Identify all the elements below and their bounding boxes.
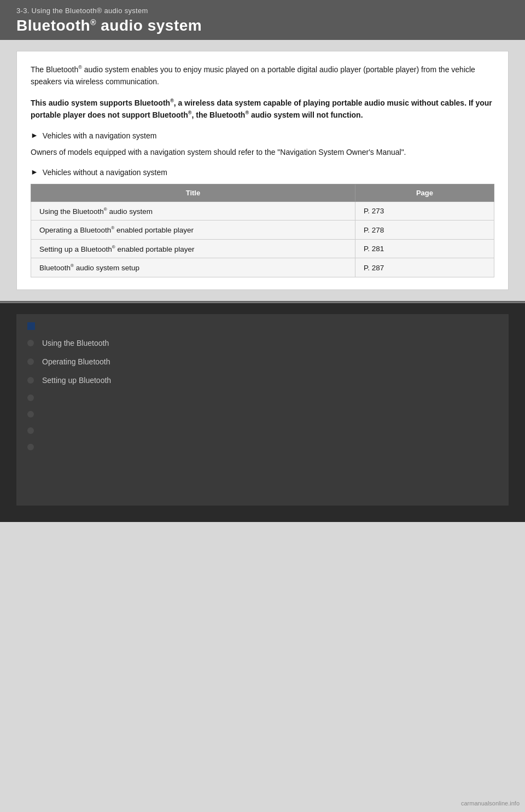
page-wrapper: 3-3. Using the Bluetooth® audio system B… [0, 0, 525, 812]
header-title-reg: ® [90, 18, 96, 27]
header-section: 3-3. Using the Bluetooth® audio system B… [0, 0, 525, 40]
table-cell-page-1: P. 273 [355, 201, 494, 221]
header-title: Bluetooth® audio system [16, 17, 509, 40]
watermark-text: carmanualsonline.info [461, 800, 520, 807]
paragraph-1: The Bluetooth® audio system enables you … [31, 63, 494, 88]
table-row[interactable]: Bluetooth® audio system setup P. 287 [31, 258, 494, 277]
list-item[interactable] [27, 444, 498, 450]
list-item[interactable] [27, 395, 498, 401]
bullet-1-desc-text: Owners of models equipped with a navigat… [31, 148, 406, 156]
table-header-row: Title Page [31, 184, 494, 201]
paragraph-2: This audio system supports Bluetooth®, a… [31, 97, 494, 121]
table-row[interactable]: Using the Bluetooth® audio system P. 273 [31, 201, 494, 221]
nav-dot-text-1: Using the Bluetooth [42, 339, 109, 347]
nav-dot-icon [27, 427, 34, 434]
table-cell-title-2: Operating a Bluetooth® enabled portable … [31, 221, 355, 240]
nav-dot-text-3: Setting up Bluetooth [42, 376, 111, 385]
list-item[interactable]: Setting up Bluetooth [27, 376, 498, 385]
content-box: The Bluetooth® audio system enables you … [16, 51, 509, 290]
table-cell-title-1: Using the Bluetooth® audio system [31, 201, 355, 221]
bullet-1-text: Vehicles with a navigation system [43, 130, 157, 142]
nav-dot-icon [27, 411, 34, 417]
table-body: Using the Bluetooth® audio system P. 273… [31, 201, 494, 277]
table-cell-page-4: P. 287 [355, 258, 494, 277]
bottom-section: Using the Bluetooth Operating Bluetooth … [0, 303, 525, 522]
list-item[interactable] [27, 427, 498, 434]
table-header: Title Page [31, 184, 494, 201]
table-col-page: Page [355, 184, 494, 201]
table-cell-title-4: Bluetooth® audio system setup [31, 258, 355, 277]
navigation-table: Title Page Using the Bluetooth® audio sy… [31, 184, 494, 277]
nav-dot-icon [27, 395, 34, 401]
header-title-suffix: audio system [96, 17, 202, 34]
nav-dot-text-2: Operating Bluetooth [42, 357, 110, 366]
header-subtitle-text: 3-3. Using the Bluetooth® audio system [16, 7, 148, 15]
main-content: The Bluetooth® audio system enables you … [0, 40, 525, 301]
table-cell-page-3: P. 281 [355, 239, 494, 258]
table-col-title: Title [31, 184, 355, 201]
bullet-2-text: Vehicles without a navigation system [43, 167, 167, 178]
nav-dot-icon [27, 444, 34, 450]
list-item[interactable]: Operating Bluetooth [27, 357, 498, 366]
bullet-1-desc: Owners of models equipped with a navigat… [31, 146, 494, 158]
bullet-arrow-2: ► [31, 167, 38, 176]
footer-watermark: carmanualsonline.info [461, 800, 520, 807]
nav-dot-list: Using the Bluetooth Operating Bluetooth … [27, 339, 498, 450]
nav-dot-icon [27, 377, 34, 384]
table-row[interactable]: Operating a Bluetooth® enabled portable … [31, 221, 494, 240]
section-square-icon [27, 322, 35, 330]
table-cell-title-3: Setting up a Bluetooth® enabled portable… [31, 239, 355, 258]
header-title-text: Bluetooth [16, 17, 90, 34]
bullet-1: ► Vehicles with a navigation system [31, 130, 494, 142]
bullet-arrow-1: ► [31, 131, 38, 140]
header-subtitle: 3-3. Using the Bluetooth® audio system [16, 7, 509, 15]
nav-dot-icon [27, 358, 34, 365]
nav-dot-icon [27, 340, 34, 346]
list-item[interactable]: Using the Bluetooth [27, 339, 498, 347]
table-row[interactable]: Setting up a Bluetooth® enabled portable… [31, 239, 494, 258]
table-cell-page-2: P. 278 [355, 221, 494, 240]
bottom-section-inner: Using the Bluetooth Operating Bluetooth … [16, 314, 509, 506]
bullet-2: ► Vehicles without a navigation system [31, 167, 494, 178]
list-item[interactable] [27, 411, 498, 417]
